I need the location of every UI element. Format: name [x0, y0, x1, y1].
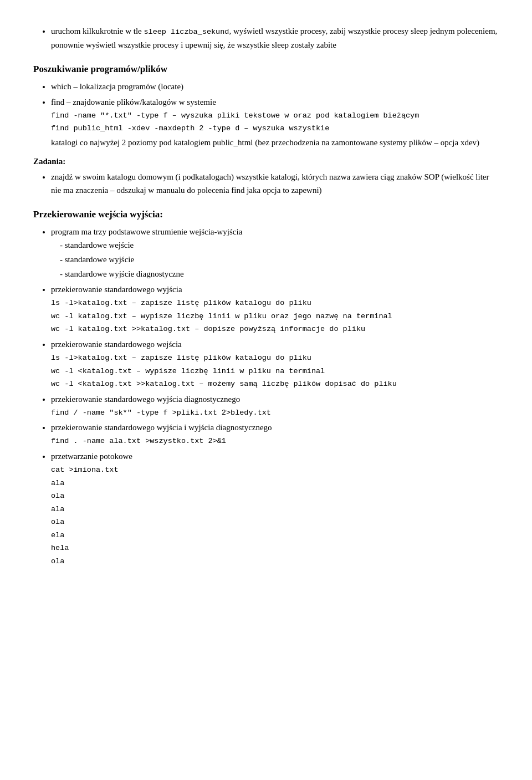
zadania-text-1: znajdź w swoim katalogu domowym (i podka… — [51, 172, 489, 195]
pipe-line-6: ela — [51, 529, 499, 542]
both-code: find . -name ala.txt >wszystko.txt 2>&1 — [51, 435, 499, 447]
section2-title: Przekierowanie wejścia wyjścia: — [33, 209, 163, 220]
section1-title: Poszukiwanie programów/plików — [33, 64, 167, 74]
pipe-line-7: hela — [51, 542, 499, 554]
stdout-redirect-label: przekierowanie standardowego wyjścia — [51, 285, 182, 294]
zadania-list: znajdź w swoim katalogu domowym (i podka… — [33, 170, 499, 197]
section2-list: program ma trzy podstawowe strumienie we… — [33, 225, 499, 568]
pipe-bullet: przetwarzanie potokowe cat >imiona.txt a… — [51, 450, 499, 568]
section1-bullet-2: find – znajdowanie plików/katalogów w sy… — [51, 95, 499, 149]
intro-list: uruchom kilkukrotnie w tle sleep liczba_… — [33, 24, 499, 52]
zadania-label: Zadania: — [33, 157, 65, 166]
stdin-line3: wc -l <katalog.txt >>katalog.txt – możem… — [51, 378, 499, 390]
section1-code2: find public_html -xdev -maxdepth 2 -type… — [51, 123, 499, 135]
intro-bullet-1: uruchom kilkukrotnie w tle sleep liczba_… — [51, 24, 499, 52]
pipe-line-8: ola — [51, 555, 499, 568]
stderr-redirect-label: przekierowanie standardowego wyjścia dia… — [51, 395, 240, 404]
stdout-line3: wc -l katalog.txt >>katalog.txt – dopisz… — [51, 323, 499, 335]
dash-stdin: - standardowe wejście — [60, 238, 499, 252]
pipe-line-5: ola — [51, 516, 499, 528]
dash-stderr: - standardowe wyjście diagnostyczne — [60, 267, 499, 281]
stdin-line1: ls -l>katalog.txt – zapisze listę plików… — [51, 352, 499, 364]
section2-three-streams-bullet: program ma trzy podstawowe strumienie we… — [51, 225, 499, 281]
stdout-line2: wc -l katalog.txt – wypisze liczbę linii… — [51, 310, 499, 323]
both-redirect-label: przekierowanie standardowego wyjścia i w… — [51, 423, 272, 432]
zadania-bullet-1: znajdź w swoim katalogu domowym (i podka… — [51, 170, 499, 197]
pipe-line-1: cat >imiona.txt — [51, 464, 499, 476]
both-redirect-bullet: przekierowanie standardowego wyjścia i w… — [51, 421, 499, 447]
stdin-redirect-bullet: przekierowanie standardowego wejścia ls … — [51, 338, 499, 390]
stdout-redirect-bullet: przekierowanie standardowego wyjścia ls … — [51, 283, 499, 335]
dash-stdout: - standardowe wyjście — [60, 253, 499, 266]
section1-code1: find -name "*.txt" -type f – wyszuka pli… — [51, 110, 499, 122]
zadania-section: Zadania: znajdź w swoim katalogu domowym… — [33, 155, 499, 197]
section2-three-streams-text: program ma trzy podstawowe strumienie we… — [51, 227, 242, 236]
stdout-line1: ls -l>katalog.txt – zapisze listę plików… — [51, 297, 499, 309]
stderr-code: find / -name "sk*" -type f >pliki.txt 2>… — [51, 407, 499, 419]
section1-bullet-1: which – lokalizacja programów (locate) — [51, 80, 499, 93]
section1-find-intro: find – znajdowanie plików/katalogów w sy… — [51, 98, 216, 106]
pipe-label: przetwarzanie potokowe — [51, 452, 132, 461]
pipe-line-4: ala — [51, 503, 499, 516]
stderr-redirect-bullet: przekierowanie standardowego wyjścia dia… — [51, 392, 499, 419]
section2-heading: Przekierowanie wejścia wyjścia: — [33, 207, 499, 222]
section1-code2-desc: katalogi co najwyżej 2 poziomy pod katal… — [51, 138, 479, 147]
stdin-line2: wc -l <katalog.txt – wypisze liczbę lini… — [51, 365, 499, 378]
section1-list: which – lokalizacja programów (locate) f… — [33, 80, 499, 149]
section1-which: which – lokalizacja programów (locate) — [51, 82, 183, 91]
stdin-redirect-label: przekierowanie standardowego wejścia — [51, 340, 182, 349]
pipe-line-2: ala — [51, 477, 499, 490]
pipe-line-3: ola — [51, 490, 499, 502]
section1-heading: Poszukiwanie programów/plików — [33, 62, 499, 77]
intro-text-1: uruchom kilkukrotnie w tle sleep liczba_… — [51, 27, 497, 49]
